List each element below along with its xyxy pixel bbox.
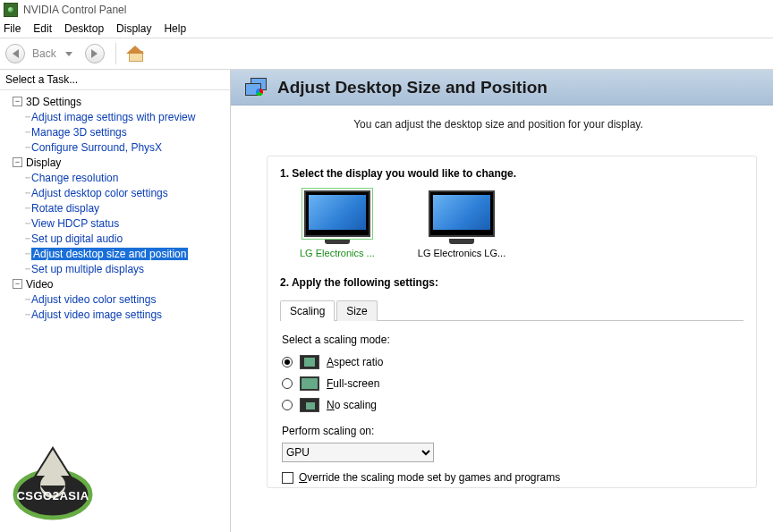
expander-display[interactable]: −	[13, 157, 22, 167]
tree-d-5[interactable]: Set up digital audio	[31, 232, 123, 245]
header-displays-icon	[245, 78, 268, 97]
step2-label: 2. Apply the following settings:	[280, 276, 743, 289]
menu-file[interactable]: File	[4, 22, 21, 35]
radio-aspect[interactable]	[282, 357, 293, 367]
aspect-ratio-icon	[300, 355, 319, 369]
forward-button[interactable]	[85, 44, 105, 63]
menu-bar: File Edit Desktop Display Help	[0, 20, 773, 38]
content-pane: Adjust Desktop Size and Position You can…	[231, 70, 773, 532]
display-1-label: LG Electronics ...	[300, 248, 375, 258]
noscaling-icon	[300, 398, 319, 412]
page-heading: Adjust Desktop Size and Position	[277, 78, 548, 97]
tree-3d-1[interactable]: Adjust image settings with preview	[31, 111, 195, 123]
monitor-icon	[304, 190, 370, 237]
tab-scaling[interactable]: Scaling	[280, 300, 335, 321]
intro-text: You can adjust the desktop size and posi…	[240, 118, 757, 131]
tree-d-4[interactable]: View HDCP status	[31, 217, 119, 230]
arrow-right-icon	[91, 49, 98, 58]
step1-label: 1. Select the display you would like to …	[280, 167, 743, 180]
menu-desktop[interactable]: Desktop	[64, 22, 104, 35]
monitor-icon	[429, 190, 495, 237]
tree-cat-3d[interactable]: 3D Settings	[26, 96, 81, 108]
display-1[interactable]: LG Electronics ...	[300, 190, 375, 258]
mode-full-label: Full-screen	[327, 377, 379, 390]
override-label: Override the scaling mode set by games a…	[299, 471, 560, 484]
watermark-logo: CSGO2ASIA	[4, 441, 102, 530]
tree-v-2[interactable]: Adjust video image settings	[31, 308, 162, 321]
task-title: Select a Task...	[0, 70, 230, 90]
arrow-left-icon	[13, 49, 19, 58]
svg-point-1	[15, 471, 90, 518]
override-checkbox[interactable]	[282, 472, 293, 484]
back-button[interactable]	[5, 44, 25, 63]
toolbar-separator	[115, 43, 116, 64]
window-title: NVIDIA Control Panel	[23, 4, 126, 16]
history-dropdown[interactable]	[65, 52, 72, 56]
perform-scaling-label: Perform scaling on:	[282, 425, 742, 437]
menu-display[interactable]: Display	[116, 22, 151, 35]
display-2[interactable]: LG Electronics LG...	[418, 190, 505, 258]
expander-video[interactable]: −	[13, 279, 22, 289]
radio-fullscreen[interactable]	[282, 378, 293, 389]
svg-point-2	[40, 473, 65, 498]
display-2-label: LG Electronics LG...	[418, 248, 505, 258]
tree-3d-3[interactable]: Configure Surround, PhysX	[31, 141, 162, 154]
mode-aspect-label: Aspect ratio	[327, 356, 383, 368]
tree-cat-display[interactable]: Display	[26, 156, 61, 169]
radio-noscaling[interactable]	[282, 400, 293, 410]
tree-d-6-selected[interactable]: Adjust desktop size and position	[31, 248, 188, 260]
nvidia-app-icon	[4, 3, 18, 17]
tree-v-1[interactable]: Adjust video color settings	[31, 293, 156, 306]
back-label: Back	[32, 47, 56, 60]
tree-d-7[interactable]: Set up multiple displays	[31, 263, 144, 275]
svg-point-0	[15, 471, 90, 518]
tree-d-2[interactable]: Adjust desktop color settings	[31, 187, 168, 199]
menu-edit[interactable]: Edit	[33, 22, 52, 35]
svg-text:CSGO2ASIA: CSGO2ASIA	[16, 489, 89, 502]
fullscreen-icon	[300, 376, 319, 391]
tree-cat-video[interactable]: Video	[26, 278, 53, 291]
tree-d-1[interactable]: Change resolution	[31, 172, 118, 184]
home-icon[interactable]	[127, 46, 145, 62]
tree-3d-2[interactable]: Manage 3D settings	[31, 126, 127, 139]
settings-panel: 1. Select the display you would like to …	[267, 156, 757, 488]
expander-3d[interactable]: −	[13, 97, 22, 106]
scaling-mode-label: Select a scaling mode:	[282, 334, 742, 346]
mode-none-label: No scaling	[327, 399, 377, 411]
toolbar: Back	[0, 38, 773, 70]
tree-d-3[interactable]: Rotate display	[31, 202, 99, 215]
perform-scaling-select[interactable]: GPU	[282, 443, 434, 462]
page-header: Adjust Desktop Size and Position	[231, 70, 773, 106]
tab-size[interactable]: Size	[336, 300, 377, 321]
menu-help[interactable]: Help	[164, 22, 186, 35]
task-sidebar: Select a Task... − 3D Settings ⋯Adjust i…	[0, 70, 231, 532]
